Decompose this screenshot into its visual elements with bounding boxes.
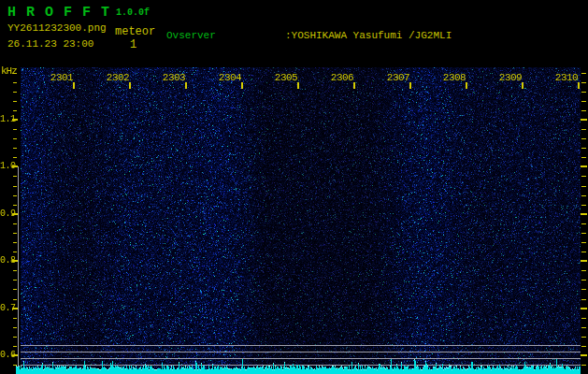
info-label: Ovserver xyxy=(166,30,285,42)
freq-tick-label: 1.0 xyxy=(0,161,12,171)
app-title: H R O F F T xyxy=(7,5,110,21)
time-tick-label: 2301 xyxy=(50,72,74,83)
freq-tick-label: 1.1 xyxy=(0,114,12,124)
time-tick-label: 2307 xyxy=(386,72,410,83)
spectrogram-canvas xyxy=(0,67,588,374)
info-value: :YOSHIKAWA Yasufumi /JG2MLI xyxy=(285,30,452,42)
freq-tick-label: 0.7 xyxy=(0,303,12,313)
time-tick-label: 2306 xyxy=(330,72,354,83)
app-version: 1.0.0f xyxy=(116,7,150,18)
info-row-observer: Ovserver:YOSHIKAWA Yasufumi /JG2MLI xyxy=(166,30,551,42)
output-filename: YY2611232300.png xyxy=(7,22,107,34)
time-tick-label: 2302 xyxy=(106,72,130,83)
y-axis-unit-label: kHz xyxy=(1,65,17,77)
time-tick-label: 2303 xyxy=(162,72,186,83)
freq-tick-label: 0.9 xyxy=(0,209,12,219)
time-tick-label: 2308 xyxy=(442,72,466,83)
mode-label: meteor xyxy=(115,25,155,38)
time-tick-label: 2305 xyxy=(274,72,298,83)
unit-count: 1 xyxy=(130,38,136,51)
freq-tick-label: 0.8 xyxy=(0,255,12,266)
datetime-label: 26.11.23 23:00 xyxy=(7,38,93,50)
freq-tick-label: 0.6 xyxy=(0,350,12,360)
time-tick-label: 2304 xyxy=(218,72,242,83)
hrofft-image: H R O F F T 1.0.0f YY2611232300.png mete… xyxy=(0,0,588,374)
time-tick-label: 2309 xyxy=(498,72,523,83)
time-tick-label: 2310 xyxy=(554,72,579,83)
